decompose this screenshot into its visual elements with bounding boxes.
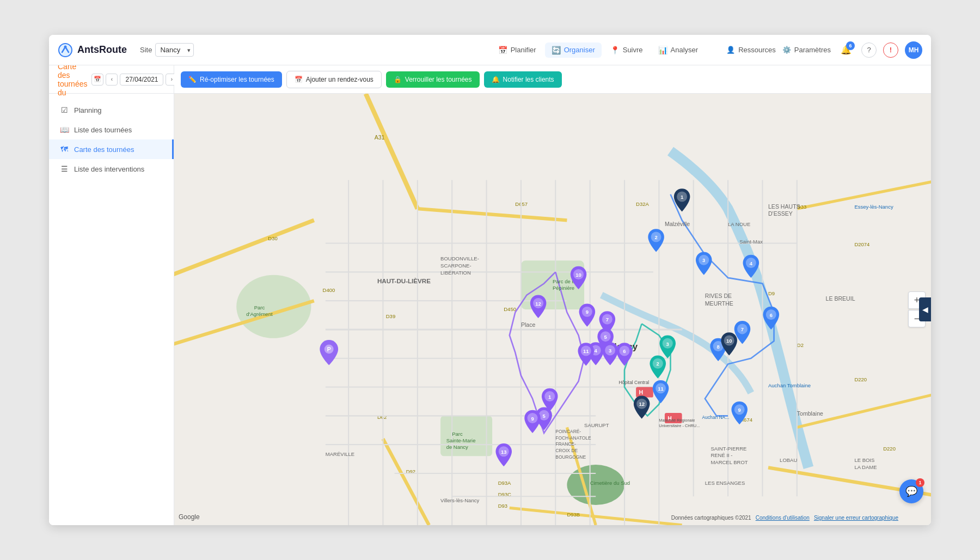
svg-text:2: 2 xyxy=(654,234,657,240)
site-select[interactable]: Nancy xyxy=(155,43,194,57)
parametres-label: Paramètres xyxy=(794,46,831,54)
svg-text:10: 10 xyxy=(726,338,732,344)
svg-rect-5 xyxy=(440,416,492,456)
svg-text:Malzéville: Malzéville xyxy=(665,221,690,227)
suivre-icon: 📍 xyxy=(610,46,620,54)
sidebar-item-planning[interactable]: ☑ Planning xyxy=(49,100,174,120)
svg-text:MARÉVILLE: MARÉVILLE xyxy=(326,451,354,457)
notifier-button[interactable]: 🔔 Notifier les clients xyxy=(484,71,562,88)
svg-text:Cimetière du Sud: Cimetière du Sud xyxy=(590,480,630,486)
verrouiller-button[interactable]: 🔒 Verrouiller les tournées xyxy=(386,71,480,88)
svg-text:12: 12 xyxy=(535,301,541,307)
nav-planifier-label: Planifier xyxy=(511,46,536,54)
help-button[interactable]: ? xyxy=(861,42,877,58)
svg-text:MARCEL BROT: MARCEL BROT xyxy=(710,459,748,465)
attribution-conditions[interactable]: Conditions d'utilisation xyxy=(756,515,810,521)
google-label: Google xyxy=(179,513,200,521)
svg-text:SAURUPT: SAURUPT xyxy=(584,422,609,428)
top-nav: AntsRoute Site Nancy 📅 Planifier 🔄 Organ… xyxy=(49,35,931,65)
svg-text:RIVES DE: RIVES DE xyxy=(705,293,732,299)
svg-text:H: H xyxy=(639,389,643,395)
ajouter-button[interactable]: 📅 Ajouter un rendez-vous xyxy=(286,71,382,88)
sidebar-item-liste-tournees[interactable]: 📖 Liste des tournées xyxy=(49,120,174,139)
svg-text:D32A: D32A xyxy=(636,201,649,207)
map-toolbar: ✏️ Ré-optimiser les tournées 📅 Ajouter u… xyxy=(174,65,931,94)
svg-text:1: 1 xyxy=(681,194,684,200)
svg-text:LE BOIS: LE BOIS xyxy=(854,457,874,463)
svg-text:8: 8 xyxy=(716,344,719,350)
svg-text:SAINT-PIERRE: SAINT-PIERRE xyxy=(710,446,746,452)
sidebar-item-liste-interventions[interactable]: ☰ Liste des interventions xyxy=(49,159,174,179)
date-input[interactable] xyxy=(120,74,163,86)
svg-text:D220: D220 xyxy=(854,376,867,382)
svg-text:7: 7 xyxy=(741,326,744,332)
avatar[interactable]: MH xyxy=(905,41,922,59)
svg-text:LE BREUIL: LE BREUIL xyxy=(826,295,855,302)
date-calendar-btn[interactable]: 📅 xyxy=(91,74,103,86)
svg-text:D220: D220 xyxy=(883,446,896,452)
nav-analyser[interactable]: 📊 Analyser xyxy=(652,42,705,58)
svg-text:3: 3 xyxy=(609,348,611,354)
reoptimiser-button[interactable]: ✏️ Ré-optimiser les tournées xyxy=(181,71,282,88)
chat-button[interactable]: 💬 1 xyxy=(899,479,923,503)
ressources-btn[interactable]: 👤 Ressources xyxy=(726,46,776,54)
svg-text:LA DAME: LA DAME xyxy=(854,464,877,470)
svg-text:D93A: D93A xyxy=(498,480,511,486)
svg-text:FRANCE-: FRANCE- xyxy=(555,441,576,447)
alert-button[interactable]: ! xyxy=(883,42,898,58)
svg-text:D62: D62 xyxy=(377,414,387,420)
svg-text:11: 11 xyxy=(658,386,664,392)
svg-text:7: 7 xyxy=(606,316,609,322)
reoptimiser-icon: ✏️ xyxy=(188,76,197,83)
verrouiller-icon: 🔒 xyxy=(394,76,402,83)
ajouter-label: Ajouter un rendez-vous xyxy=(306,76,373,83)
ressources-icon: 👤 xyxy=(726,46,735,54)
date-prev-btn[interactable]: ‹ xyxy=(106,74,118,86)
svg-text:D39: D39 xyxy=(386,313,395,319)
notification-badge: 6 xyxy=(846,41,855,50)
svg-text:D400: D400 xyxy=(323,287,335,293)
sidebar-item-liste-interventions-label: Liste des interventions xyxy=(74,165,144,173)
svg-text:Pépinière: Pépinière xyxy=(553,285,574,291)
svg-text:6: 6 xyxy=(623,348,626,354)
nav-suivre[interactable]: 📍 Suivre xyxy=(604,42,650,58)
nav-organiser[interactable]: 🔄 Organiser xyxy=(545,42,602,58)
parametres-btn[interactable]: ⚙️ Paramètres xyxy=(782,46,831,54)
svg-text:LES ENSANGES: LES ENSANGES xyxy=(705,480,745,486)
toggle-icon: ◀ xyxy=(922,305,928,314)
svg-text:d'Agrément: d'Agrément xyxy=(246,311,273,317)
map-container[interactable]: A31 D30 D657 D32A D400 D62 D92 D93 D93C … xyxy=(174,94,931,525)
nav-organiser-label: Organiser xyxy=(564,46,595,54)
svg-text:de Nancy: de Nancy xyxy=(446,444,468,450)
svg-text:D'ESSEY: D'ESSEY xyxy=(768,210,793,217)
svg-text:Maternité Régionale: Maternité Régionale xyxy=(659,418,695,423)
svg-text:3: 3 xyxy=(702,257,705,263)
svg-text:Auchan Tomblaine: Auchan Tomblaine xyxy=(768,382,811,388)
svg-text:Saint-Max: Saint-Max xyxy=(739,239,763,245)
logo-icon xyxy=(58,42,73,58)
svg-text:Tomblaine: Tomblaine xyxy=(797,410,823,417)
notifier-label: Notifier les clients xyxy=(503,76,554,83)
svg-text:D30: D30 xyxy=(268,235,277,241)
notifications-button[interactable]: 🔔 6 xyxy=(837,41,855,59)
map-toggle-button[interactable]: ◀ xyxy=(919,297,931,321)
sidebar-item-carte-tournees[interactable]: 🗺 Carte des tournées xyxy=(49,139,174,159)
notifier-icon: 🔔 xyxy=(492,76,500,83)
site-select-wrapper[interactable]: Nancy xyxy=(155,43,194,57)
app-logo: AntsRoute xyxy=(58,42,127,58)
sidebar-item-liste-tournees-label: Liste des tournées xyxy=(74,126,132,134)
svg-text:Parc: Parc xyxy=(254,305,265,311)
main-nav: 📅 Planifier 🔄 Organiser 📍 Suivre 📊 Analy… xyxy=(492,42,705,58)
svg-text:LES HAUTS: LES HAUTS xyxy=(768,203,800,210)
svg-text:12: 12 xyxy=(639,401,645,407)
organiser-icon: 🔄 xyxy=(552,46,561,54)
svg-text:SCARPONE-: SCARPONE- xyxy=(440,263,471,269)
svg-text:3: 3 xyxy=(666,341,669,347)
main-content: Carte des tournées du 📅 ‹ › ☑ Planning 📖… xyxy=(49,65,931,525)
svg-text:Parc: Parc xyxy=(452,431,463,437)
attribution-error[interactable]: Signaler une erreur cartographique xyxy=(814,515,898,521)
nav-planifier[interactable]: 📅 Planifier xyxy=(492,42,543,58)
svg-text:9: 9 xyxy=(531,416,534,422)
svg-text:MEURTHE: MEURTHE xyxy=(705,300,733,307)
svg-text:BOURGOGNE: BOURGOGNE xyxy=(555,454,586,460)
